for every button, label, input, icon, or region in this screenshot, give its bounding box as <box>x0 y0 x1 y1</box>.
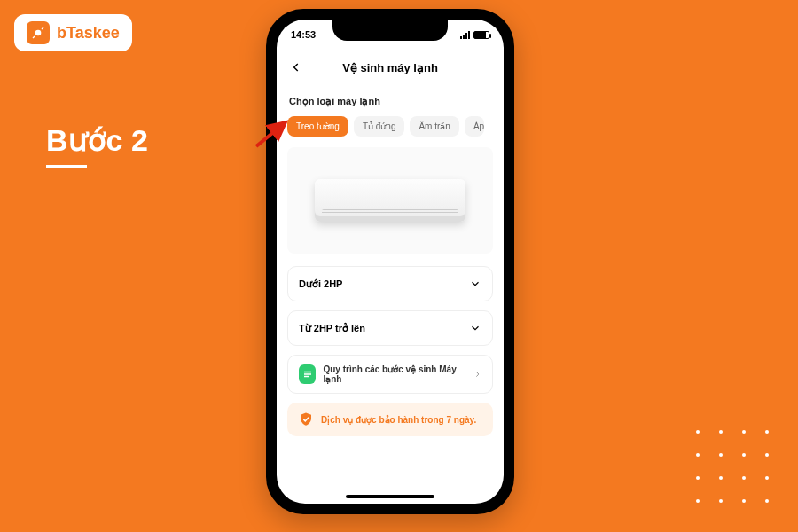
step-label: Bước 2 <box>46 122 148 158</box>
process-link[interactable]: Quy trình các bước vệ sinh Máy lạnh <box>287 355 493 394</box>
app-header: Vệ sinh máy lạnh <box>277 50 504 85</box>
decorative-dots <box>693 427 771 505</box>
dropdown-label: Từ 2HP trở lên <box>299 323 365 334</box>
home-indicator[interactable] <box>346 495 434 498</box>
wall-ac-icon <box>315 179 466 222</box>
chip-treo-tuong[interactable]: Treo tường <box>287 116 348 137</box>
chevron-down-icon <box>469 278 481 290</box>
chip-tu-dung[interactable]: Tủ đứng <box>354 116 405 137</box>
shield-check-icon <box>298 411 314 427</box>
brand-mark-icon <box>27 21 50 44</box>
chip-am-tran[interactable]: Âm trần <box>410 116 458 137</box>
dropdown-duoi-2hp[interactable]: Dưới 2HP <box>287 266 493 301</box>
back-button[interactable] <box>286 57 307 78</box>
chevron-left-icon <box>290 61 302 74</box>
battery-icon <box>473 31 489 39</box>
ac-type-chips: Treo tường Tủ đứng Âm trần Áp trần <box>287 116 493 137</box>
page-title: Vệ sinh máy lạnh <box>342 61 438 74</box>
brand-logo: bTaskee <box>14 14 132 51</box>
chevron-right-icon <box>473 370 481 379</box>
chevron-down-icon <box>469 322 481 334</box>
dropdown-label: Dưới 2HP <box>299 278 342 290</box>
phone-notch <box>332 20 448 41</box>
chip-ap-tran[interactable]: Áp trần <box>465 116 484 137</box>
warranty-banner: Dịch vụ được bảo hành trong 7 ngày. <box>287 403 493 436</box>
svg-point-0 <box>35 30 42 36</box>
process-label: Quy trình các bước vệ sinh Máy lạnh <box>323 364 459 384</box>
step-underline <box>46 165 87 168</box>
section-label: Chọn loại máy lạnh <box>289 96 493 107</box>
signal-icon <box>460 31 470 39</box>
brand-name: bTaskee <box>57 24 120 43</box>
warranty-label: Dịch vụ được bảo hành trong 7 ngày. <box>321 415 476 425</box>
dropdown-tu-2hp[interactable]: Từ 2HP trở lên <box>287 310 493 346</box>
checklist-icon <box>299 364 316 384</box>
phone-frame: 14:53 Vệ sinh máy lạnh Chọn loại máy lạn… <box>266 9 514 514</box>
ac-image-preview <box>287 147 493 254</box>
status-time: 14:53 <box>291 29 316 40</box>
arrow-annotation-icon <box>252 115 296 151</box>
